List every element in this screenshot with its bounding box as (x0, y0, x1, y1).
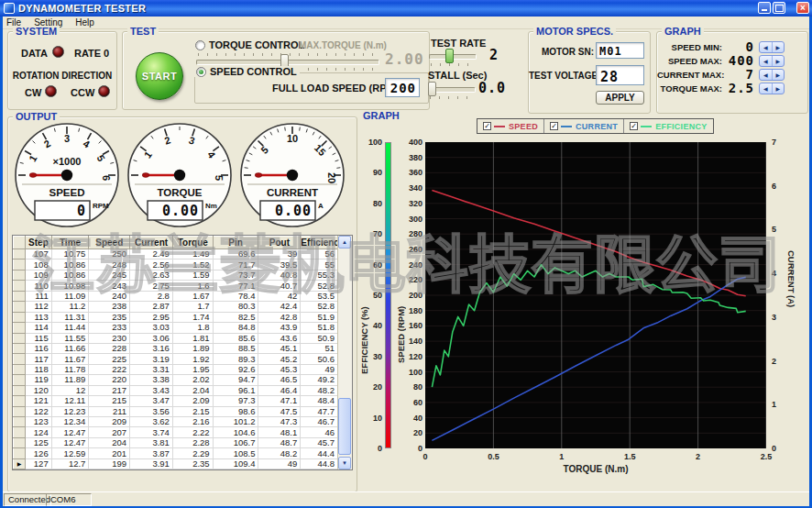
column-header-torque[interactable]: Torque (172, 237, 213, 249)
table-row[interactable]: 10710.752502.491.4969.63956 (14, 249, 338, 260)
spinner-left-icon[interactable]: ◀ (760, 56, 773, 66)
graph-setting-label: CURRENT MAX: (657, 70, 722, 80)
table-cell: 84.8 (213, 323, 258, 333)
start-button[interactable]: START (136, 52, 183, 100)
table-cell: 48.2 (258, 448, 301, 458)
table-row[interactable]: 12612.592013.872.29108.548.244.4 (14, 448, 338, 458)
scroll-down-button[interactable]: ▼ (338, 457, 351, 469)
legend-checkbox[interactable]: ✓ (630, 122, 638, 130)
table-cell: 228 (89, 343, 130, 353)
table-cell: 46.5 (258, 375, 301, 385)
table-cell: 123 (26, 417, 51, 427)
test-voltage-input[interactable]: 28 (596, 65, 644, 85)
title-bar[interactable]: DYNAMOMETER TESTER (0, 0, 812, 17)
table-cell: 48.4 (301, 396, 338, 406)
graph-setting-spinner[interactable]: ◀▶ (759, 69, 785, 81)
table-cell: 113 (26, 312, 51, 322)
scroll-up-button[interactable]: ▲ (338, 236, 351, 248)
axis-tick-label: 280 (409, 229, 422, 238)
menu-help[interactable]: Help (69, 17, 101, 28)
axis-tick-label: 70 (373, 229, 382, 238)
column-header-pin[interactable]: Pin (213, 237, 258, 249)
full-load-speed-input[interactable]: 200 (385, 78, 420, 97)
column-header-step[interactable]: Step (26, 237, 51, 249)
table-cell: 47.7 (301, 406, 338, 416)
table-cell: 2.16 (172, 417, 213, 427)
table-row[interactable]: 12212.232113.562.1598.647.547.7 (14, 406, 338, 416)
table-row[interactable]: 11010.982432.751.677.140.752.8 (14, 281, 338, 291)
table-cell: 3.47 (130, 396, 173, 406)
gauge-scale-label: 20 (326, 172, 337, 183)
legend-checkbox[interactable]: ✓ (550, 122, 558, 130)
row-marker-header (14, 237, 26, 249)
table-cell: 50.6 (301, 354, 338, 364)
graph-setting-spinner[interactable]: ◀▶ (759, 41, 785, 53)
speed-axis-ticks: 4003803603403203002802602402202001801601… (405, 142, 422, 448)
maximize-button[interactable] (773, 2, 785, 14)
graph-setting-spinner[interactable]: ◀▶ (759, 83, 785, 94)
speed-control-option[interactable]: SPEED CONTROL (193, 66, 300, 77)
rotation-direction-label: ROTATION DIRECTION (8, 71, 116, 81)
table-cell: 106.7 (213, 437, 258, 447)
chart-plot-area[interactable] (425, 142, 766, 448)
slider-ticks-bottom (431, 63, 475, 66)
full-load-speed-value: 200 (386, 79, 419, 95)
table-row[interactable]: 10810.862482.561.5271.739.555 (14, 260, 338, 270)
column-header-current[interactable]: Current (130, 237, 173, 249)
spinner-left-icon[interactable]: ◀ (760, 42, 773, 52)
motor-sn-input[interactable]: M01 (596, 42, 644, 59)
table-row[interactable]: 11411.442333.031.884.843.951.8 (14, 323, 338, 333)
spinner-right-icon[interactable]: ▶ (773, 83, 785, 94)
table-row[interactable]: 12312.342093.622.16101.247.346.7 (14, 417, 338, 427)
table-row[interactable]: 11911.892203.382.0294.746.549.2 (14, 375, 338, 385)
graph-setting-spinner[interactable]: ◀▶ (759, 55, 785, 67)
gauge-scale-label: 10 (287, 133, 298, 144)
spinner-right-icon[interactable]: ▶ (773, 42, 785, 52)
table-cell: 12.7 (51, 458, 89, 469)
table-cell: 11.89 (51, 375, 89, 385)
legend-line-swatch (494, 126, 505, 127)
table-cell: 1.74 (172, 312, 213, 322)
cw-label: CW (25, 87, 41, 98)
test-rate-slider-thumb[interactable] (445, 49, 454, 63)
apply-button[interactable]: APPLY (596, 91, 644, 105)
spinner-left-icon[interactable]: ◀ (760, 83, 773, 94)
table-row[interactable]: 12112.112153.472.0997.347.148.4 (14, 396, 338, 406)
table-row[interactable]: 10910.862452.631.5973.740.855.3 (14, 270, 338, 280)
table-row[interactable]: 12412.472073.742.22104.648.146 (14, 427, 338, 437)
scrollbar-thumb[interactable] (338, 398, 351, 455)
table-row[interactable]: 11211.22382.871.780.342.452.8 (14, 302, 338, 312)
speed-control-radio[interactable] (196, 67, 206, 77)
table-row[interactable]: ▶12712.71993.912.35109.44944.8 (14, 458, 338, 469)
minimize-button[interactable] (758, 2, 771, 14)
axis-tick-label: 2.5 (761, 452, 773, 461)
spinner-right-icon[interactable]: ▶ (773, 70, 785, 80)
speed-control-panel: FULL LOAD SPEED (RPM): 200 (194, 72, 429, 104)
spinner-left-icon[interactable]: ◀ (760, 70, 773, 80)
test-rate-slider[interactable] (429, 50, 477, 65)
column-header-efficiency[interactable]: Efficiency (301, 237, 338, 249)
table-row[interactable]: 11111.092402.81.6778.44253.5 (14, 291, 338, 301)
legend-item-speed: ✓SPEED (477, 119, 544, 133)
table-row[interactable]: 11311.312352.951.7482.542.851.9 (14, 312, 338, 322)
legend-checkbox[interactable]: ✓ (483, 122, 491, 130)
close-button[interactable]: × (796, 2, 809, 14)
current-axis-ticks: 76543210 (772, 142, 785, 448)
table-scrollbar[interactable]: ▲ ▼ (337, 236, 352, 469)
chart-legend: ✓SPEED✓CURRENT✓EFFICIENCY (477, 118, 714, 134)
table-row[interactable]: 11611.662283.161.8988.545.151 (14, 343, 338, 353)
spinner-right-icon[interactable]: ▶ (773, 56, 785, 66)
table-row[interactable]: 11511.552303.061.8185.643.650.9 (14, 333, 338, 343)
table-row[interactable]: 11711.672253.191.9289.345.250.6 (14, 354, 338, 364)
column-header-speed[interactable]: Speed (89, 237, 130, 249)
table-row[interactable]: 120122173.432.0496.146.448.2 (14, 385, 338, 395)
torque-control-radio[interactable] (195, 40, 205, 50)
row-marker (14, 385, 26, 395)
stall-slider[interactable] (428, 83, 476, 98)
column-header-pout[interactable]: Pout (258, 237, 301, 249)
table-row[interactable]: 12512.472043.812.28106.748.745.7 (14, 437, 338, 447)
stall-slider-thumb[interactable] (428, 82, 436, 96)
table-row[interactable]: 11811.782223.311.9592.645.349 (14, 364, 338, 374)
column-header-time[interactable]: Time (51, 237, 89, 249)
table-cell: 51 (301, 343, 338, 353)
